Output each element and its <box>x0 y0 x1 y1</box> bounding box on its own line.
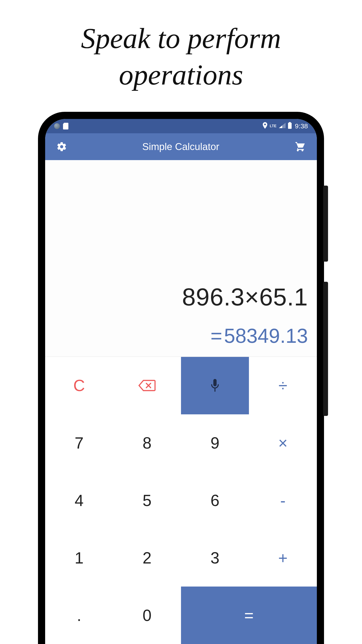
status-time: 9:38 <box>295 122 308 130</box>
battery-icon <box>288 122 292 130</box>
multiply-button[interactable]: × <box>249 414 317 472</box>
digit-7-button[interactable]: 7 <box>45 414 113 472</box>
voice-input-button[interactable] <box>181 357 249 414</box>
decimal-button[interactable]: . <box>45 586 113 644</box>
expression-text: 896.3×65.1 <box>182 283 308 311</box>
equals-button[interactable]: = <box>181 586 317 644</box>
digit-0-button[interactable]: 0 <box>113 586 181 644</box>
keypad: C ÷ 7 8 9 × 4 5 6 - <box>45 357 317 644</box>
app-title: Simple Calculator <box>142 141 219 152</box>
sd-card-icon <box>63 123 68 130</box>
digit-3-button[interactable]: 3 <box>181 529 249 586</box>
gear-icon <box>56 141 67 152</box>
signal-icon <box>279 122 286 130</box>
promo-line-2: operations <box>0 56 362 93</box>
cart-button[interactable] <box>295 141 306 152</box>
microphone-icon <box>210 379 220 392</box>
digit-4-button[interactable]: 4 <box>45 472 113 529</box>
svg-rect-1 <box>288 123 292 129</box>
plus-button[interactable]: + <box>249 529 317 586</box>
promo-heading: Speak to perform operations <box>0 0 362 93</box>
digit-8-button[interactable]: 8 <box>113 414 181 472</box>
settings-button[interactable] <box>56 141 67 152</box>
backspace-button[interactable] <box>113 357 181 414</box>
phone-screen: LTE 9:38 Simple Calculator 896.3×65.1 <box>45 119 317 644</box>
cart-icon <box>295 141 306 152</box>
digit-6-button[interactable]: 6 <box>181 472 249 529</box>
promo-line-1: Speak to perform <box>0 20 362 56</box>
status-left <box>54 123 68 130</box>
status-orb-icon <box>54 123 60 129</box>
calculator-display: 896.3×65.1 =58349.13 <box>45 160 317 357</box>
network-lte-label: LTE <box>270 124 277 128</box>
status-right: LTE 9:38 <box>263 122 308 130</box>
digit-5-button[interactable]: 5 <box>113 472 181 529</box>
minus-button[interactable]: - <box>249 472 317 529</box>
svg-rect-0 <box>289 122 291 123</box>
phone-frame: LTE 9:38 Simple Calculator 896.3×65.1 <box>38 112 324 644</box>
digit-2-button[interactable]: 2 <box>113 529 181 586</box>
phone-side-button <box>323 282 328 416</box>
clear-button[interactable]: C <box>45 357 113 414</box>
location-icon <box>263 122 268 130</box>
digit-1-button[interactable]: 1 <box>45 529 113 586</box>
svg-rect-2 <box>213 379 217 386</box>
phone-side-button <box>323 186 328 262</box>
app-bar: Simple Calculator <box>45 133 317 160</box>
divide-button[interactable]: ÷ <box>249 357 317 414</box>
status-bar: LTE 9:38 <box>45 119 317 133</box>
result-prefix: = <box>211 325 222 347</box>
digit-9-button[interactable]: 9 <box>181 414 249 472</box>
result-value: 58349.13 <box>224 325 308 347</box>
result-text: =58349.13 <box>211 324 308 348</box>
backspace-icon <box>138 380 156 392</box>
